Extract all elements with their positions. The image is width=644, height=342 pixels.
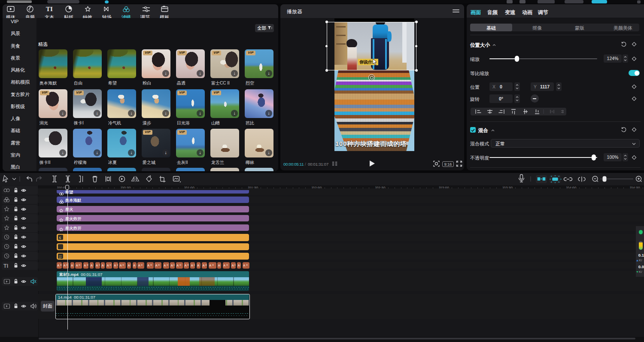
- svg-text:TI: TI: [3, 263, 8, 269]
